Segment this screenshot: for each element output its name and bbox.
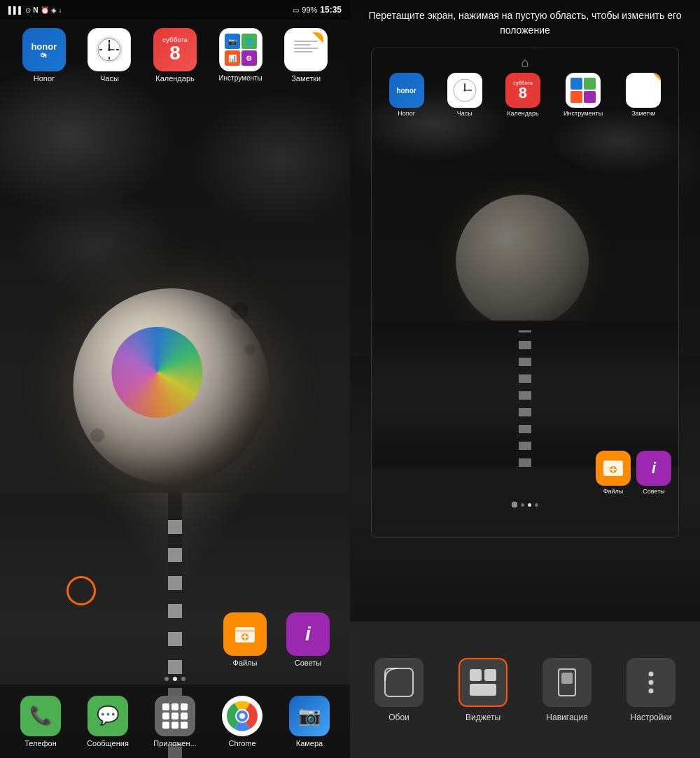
download-icon: ↓	[59, 6, 62, 14]
dock-apps[interactable]: Приложен...	[147, 696, 203, 748]
status-right: ▭ 99% 15:35	[293, 5, 342, 15]
preview-bottom-apps: Файлы i Советы	[596, 451, 671, 495]
dot-1	[164, 677, 169, 681]
wallpaper-label: Обои	[388, 713, 410, 722]
preview-files-icon	[596, 451, 631, 486]
toolbar-widgets[interactable]: Виджеты	[451, 658, 514, 722]
svg-point-36	[649, 688, 654, 693]
page-dots-left	[164, 677, 186, 681]
svg-rect-29	[470, 669, 482, 681]
clock-label: Часы	[100, 74, 119, 83]
honor-label: Honor	[34, 74, 55, 83]
preview-dot-3	[535, 503, 538, 507]
wallpaper-icon-box	[374, 658, 424, 707]
preview-calendar-label: Календарь	[507, 110, 538, 117]
tips-label-left: Советы	[295, 659, 321, 667]
preview-notes-icon	[626, 73, 661, 108]
preview-calendar[interactable]: суббота 8 Календарь	[505, 73, 540, 117]
time-display: 15:35	[320, 5, 342, 15]
app-clock[interactable]: Часы	[81, 28, 137, 83]
preview-notes[interactable]: Заметки	[626, 73, 661, 117]
tools-label: Инструменты	[218, 74, 262, 82]
preview-tools[interactable]: Инструменты	[564, 73, 603, 117]
dock-phone[interactable]: 📞 Телефон	[13, 696, 69, 748]
calendar-icon: суббота 8	[153, 28, 197, 71]
toolbar-settings[interactable]: Настройки	[620, 658, 682, 722]
app-tools[interactable]: 📷 🌐 📊 ⚙ Инструменты	[213, 28, 269, 83]
app-honor[interactable]: honor 🛍 Honor	[16, 28, 72, 83]
app-files-left[interactable]: Файлы	[217, 612, 273, 667]
phone-icon: 📞	[20, 696, 61, 736]
preview-calendar-icon: суббота 8	[505, 73, 540, 108]
svg-rect-28	[385, 668, 413, 696]
svg-point-34	[649, 671, 654, 676]
status-bar: ▌▌▌ ⊙ N ⏰ ◈ ↓ ▭ 99% 15:35	[0, 0, 350, 20]
wifi-icon: ⊙	[25, 6, 31, 14]
app-tips-left[interactable]: i Советы	[280, 612, 336, 667]
preview-tools-label: Инструменты	[564, 110, 603, 117]
svg-rect-33	[561, 673, 573, 684]
preview-clock-icon	[447, 73, 482, 108]
settings-label: Настройки	[631, 713, 672, 722]
app-notes[interactable]: Заметки	[278, 28, 334, 83]
app-calendar[interactable]: суббота 8 Календарь	[147, 28, 203, 83]
preview-home-icon: ⌂	[522, 55, 529, 70]
battery-icon: ▭	[293, 6, 299, 14]
bottom-app-row: Файлы i Советы	[217, 612, 336, 667]
svg-rect-30	[484, 669, 496, 681]
widgets-label: Виджеты	[465, 713, 500, 722]
preview-honor[interactable]: honor Honor	[389, 73, 424, 117]
preview-honor-label: Honor	[398, 110, 415, 117]
files-label-left: Файлы	[233, 659, 258, 667]
svg-point-23	[463, 90, 465, 92]
honor-icon: honor 🛍	[22, 28, 66, 71]
preview-tips-icon: i	[636, 451, 671, 486]
apps-label: Приложен...	[153, 739, 196, 748]
preview-tools-icon	[566, 73, 601, 108]
phone-preview-card[interactable]: ⌂ honor Honor	[371, 48, 679, 538]
alarm-icon: ⏰	[41, 6, 49, 14]
clock-icon	[88, 28, 131, 71]
toolbar-navigation[interactable]: Навигация	[536, 658, 598, 722]
navigation-label: Навигация	[546, 713, 587, 722]
status-left: ▌▌▌ ⊙ N ⏰ ◈ ↓	[8, 6, 62, 14]
sms-icon: 💬	[88, 696, 128, 736]
bottom-toolbar: Обои Виджеты Навига	[350, 622, 700, 758]
preview-clock-label: Часы	[457, 110, 472, 117]
svg-point-8	[108, 48, 111, 51]
preview-tips[interactable]: i Советы	[636, 451, 671, 495]
tools-icon: 📷 🌐 📊 ⚙	[219, 28, 262, 71]
preview-clock[interactable]: Часы	[447, 73, 482, 117]
nfc-icon: N	[33, 6, 38, 14]
camera-icon: 📷	[289, 696, 330, 736]
svg-rect-10	[235, 630, 255, 632]
battery-percent: 99%	[302, 6, 317, 14]
preview-notes-label: Заметки	[631, 110, 655, 117]
calendar-label: Календарь	[155, 74, 195, 83]
preview-top-app-row: honor Honor Часы	[372, 73, 678, 117]
orange-ring-indicator	[66, 576, 96, 605]
notes-label: Заметки	[291, 74, 321, 83]
dock-camera[interactable]: 📷 Камера	[281, 696, 337, 748]
top-app-row: honor 🛍 Honor	[0, 28, 350, 83]
dock-chrome[interactable]: Chrome	[214, 696, 270, 748]
files-icon-left	[223, 612, 267, 656]
right-panel: Перетащите экран, нажимая на пустую обла…	[350, 0, 700, 758]
dock-sms[interactable]: 💬 Сообщения	[80, 696, 136, 748]
preview-dot-1	[521, 503, 524, 507]
tips-icon-left: i	[286, 612, 330, 656]
preview-page-dots: +	[512, 502, 538, 507]
preview-files[interactable]: Файлы	[596, 451, 631, 495]
settings-icon-box	[626, 658, 676, 707]
notes-icon	[284, 28, 328, 71]
tooltip-text: Перетащите экран, нажимая на пустую обла…	[350, 8, 700, 38]
toolbar-wallpaper[interactable]: Обои	[368, 658, 430, 722]
preview-honor-icon: honor	[389, 73, 424, 108]
dock-bar: 📞 Телефон 💬 Сообщения	[0, 685, 350, 758]
preview-files-label: Файлы	[603, 488, 624, 495]
svg-rect-31	[470, 684, 496, 696]
widgets-icon-box	[458, 658, 507, 707]
dot-2	[173, 677, 177, 681]
sms-label: Сообщения	[87, 739, 129, 748]
svg-point-35	[649, 680, 654, 685]
